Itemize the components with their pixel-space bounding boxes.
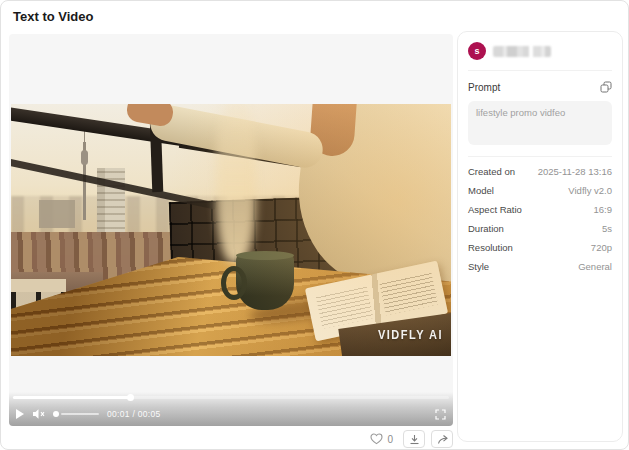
details-panel: s Prompt lifestyle promo vidfeo Created … xyxy=(457,31,623,442)
vidfly-watermark: VIDFLY AI xyxy=(378,327,443,341)
prompt-label: Prompt xyxy=(468,82,500,93)
share-icon xyxy=(437,434,448,445)
progress-fill xyxy=(13,396,131,399)
meta-row-aspect-ratio: Aspect Ratio 16:9 xyxy=(468,200,612,219)
volume-thumb[interactable] xyxy=(53,411,59,417)
meta-row-created-on: Created on 2025-11-28 13:16 xyxy=(468,162,612,181)
copy-prompt-button[interactable] xyxy=(600,81,612,93)
meta-row-style: Style General xyxy=(468,257,612,276)
video-actions: 0 xyxy=(9,430,453,448)
avatar[interactable]: s xyxy=(468,42,486,60)
progress-thumb[interactable] xyxy=(127,394,134,401)
play-icon[interactable] xyxy=(16,409,24,419)
heart-icon xyxy=(370,433,383,445)
prompt-text: lifestyle promo vidfeo xyxy=(468,101,612,145)
share-button[interactable] xyxy=(431,430,453,448)
volume-track[interactable] xyxy=(61,413,99,415)
download-icon xyxy=(409,434,420,445)
like-button[interactable]: 0 xyxy=(370,433,393,445)
scene-sun-glow xyxy=(11,104,451,356)
user-row: s xyxy=(468,42,612,71)
meta-row-model: Model Vidfly v2.0 xyxy=(468,181,612,200)
text-to-video-page: Text to Video xyxy=(0,0,629,450)
divider xyxy=(468,156,612,157)
copy-icon xyxy=(600,81,612,93)
video-frame[interactable]: VIDFLY AI xyxy=(11,104,451,356)
progress-bar[interactable] xyxy=(13,396,449,399)
volume-slider[interactable] xyxy=(53,411,99,417)
page-title: Text to Video xyxy=(13,9,93,24)
player-controls: 00:01 / 00:05 xyxy=(9,392,453,426)
meta-row-resolution: Resolution 720p xyxy=(468,238,612,257)
time-display: 00:01 / 00:05 xyxy=(107,409,161,419)
video-player[interactable]: VIDFLY AI 00:01 / 00:05 xyxy=(9,34,453,426)
volume-muted-icon[interactable] xyxy=(32,408,45,420)
download-button[interactable] xyxy=(403,430,425,448)
username-redacted xyxy=(493,46,551,57)
like-count: 0 xyxy=(387,434,393,445)
fullscreen-icon[interactable] xyxy=(435,409,446,420)
meta-row-duration: Duration 5s xyxy=(468,219,612,238)
